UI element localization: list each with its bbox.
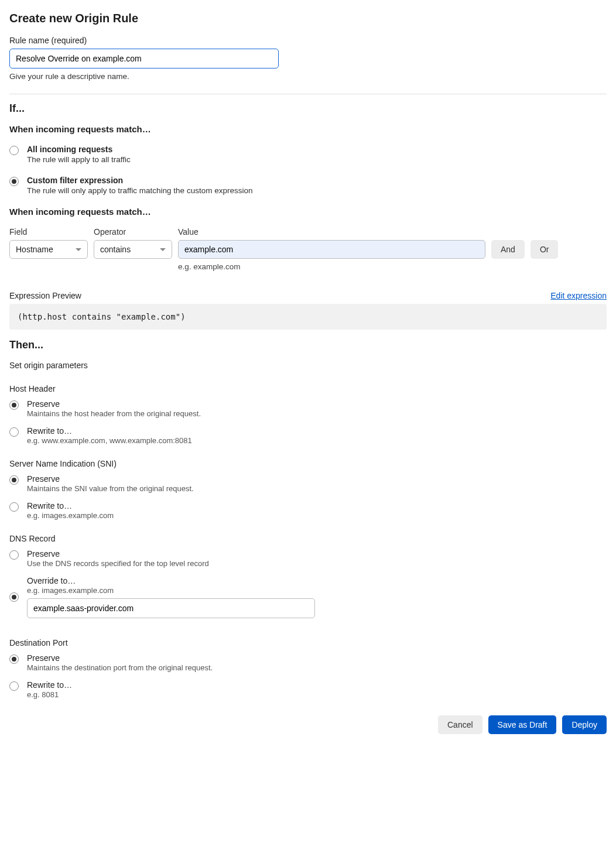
radio-dns-preserve[interactable] [9, 550, 19, 560]
field-select-value: Hostname [16, 245, 53, 254]
rule-name-input[interactable] [9, 49, 279, 68]
save-draft-button[interactable]: Save as Draft [488, 715, 557, 734]
operator-select[interactable]: contains [94, 240, 172, 259]
sni-rewrite-desc: e.g. images.example.com [27, 511, 114, 520]
radio-custom-expression[interactable] [9, 177, 19, 186]
cancel-button[interactable]: Cancel [438, 715, 482, 734]
radio-sni-rewrite[interactable] [9, 502, 19, 512]
value-example: e.g. example.com [178, 262, 485, 271]
filter-row: Field Hostname Operator contains Value e… [9, 227, 607, 271]
match-heading: When incoming requests match… [9, 207, 607, 217]
operator-col-label: Operator [94, 227, 172, 237]
dns-preserve-desc: Use the DNS records specified for the to… [27, 559, 209, 568]
sni-rewrite-title: Rewrite to… [27, 501, 114, 510]
value-col-label: Value [178, 227, 485, 237]
radio-host-preserve[interactable] [9, 400, 19, 410]
chevron-down-icon [160, 248, 166, 251]
value-input[interactable] [178, 240, 485, 259]
then-heading: Then... [9, 339, 607, 351]
dns-label: DNS Record [9, 534, 607, 543]
port-label: Destination Port [9, 638, 607, 647]
expression-preview-label: Expression Preview [9, 291, 81, 300]
radio-custom-desc: The rule will only apply to traffic matc… [27, 186, 252, 195]
sni-preserve-desc: Maintains the SNI value from the origina… [27, 484, 194, 493]
then-sub: Set origin parameters [9, 361, 607, 370]
rule-name-hint: Give your rule a descriptive name. [9, 72, 607, 81]
port-preserve-desc: Maintains the destination port from the … [27, 663, 213, 672]
dns-preserve-title: Preserve [27, 549, 209, 558]
radio-all-requests[interactable] [9, 146, 19, 155]
page-title: Create new Origin Rule [9, 12, 607, 25]
rule-name-label: Rule name (required) [9, 36, 607, 45]
sni-preserve-title: Preserve [27, 474, 194, 484]
or-button[interactable]: Or [531, 240, 559, 259]
dns-override-desc: e.g. images.example.com [27, 586, 315, 595]
port-rewrite-title: Rewrite to… [27, 680, 72, 690]
chevron-down-icon [76, 248, 81, 251]
field-col-label: Field [9, 227, 88, 237]
dns-override-input[interactable] [27, 598, 315, 618]
radio-all-desc: The rule will apply to all traffic [27, 155, 131, 164]
host-header-label: Host Header [9, 384, 607, 393]
field-select[interactable]: Hostname [9, 240, 88, 259]
radio-dns-override[interactable] [9, 592, 19, 602]
and-button[interactable]: And [491, 240, 525, 259]
operator-select-value: contains [100, 245, 131, 254]
port-preserve-title: Preserve [27, 653, 213, 663]
host-rewrite-title: Rewrite to… [27, 426, 192, 436]
host-preserve-desc: Maintains the host header from the origi… [27, 409, 201, 418]
edit-expression-link[interactable]: Edit expression [550, 291, 607, 300]
if-subheading: When incoming requests match… [9, 124, 607, 134]
radio-port-rewrite[interactable] [9, 681, 19, 691]
radio-custom-title: Custom filter expression [27, 176, 252, 185]
host-preserve-title: Preserve [27, 399, 201, 409]
expression-preview: (http.host contains "example.com") [9, 304, 607, 330]
sni-label: Server Name Indication (SNI) [9, 459, 607, 468]
if-heading: If... [9, 102, 607, 115]
dns-override-title: Override to… [27, 576, 315, 585]
radio-all-title: All incoming requests [27, 145, 131, 154]
port-rewrite-desc: e.g. 8081 [27, 690, 72, 699]
deploy-button[interactable]: Deploy [562, 715, 607, 734]
divider [9, 94, 607, 94]
radio-host-rewrite[interactable] [9, 427, 19, 437]
radio-port-preserve[interactable] [9, 654, 19, 664]
host-rewrite-desc: e.g. www.example.com, www.example.com:80… [27, 436, 192, 445]
radio-sni-preserve[interactable] [9, 475, 19, 485]
